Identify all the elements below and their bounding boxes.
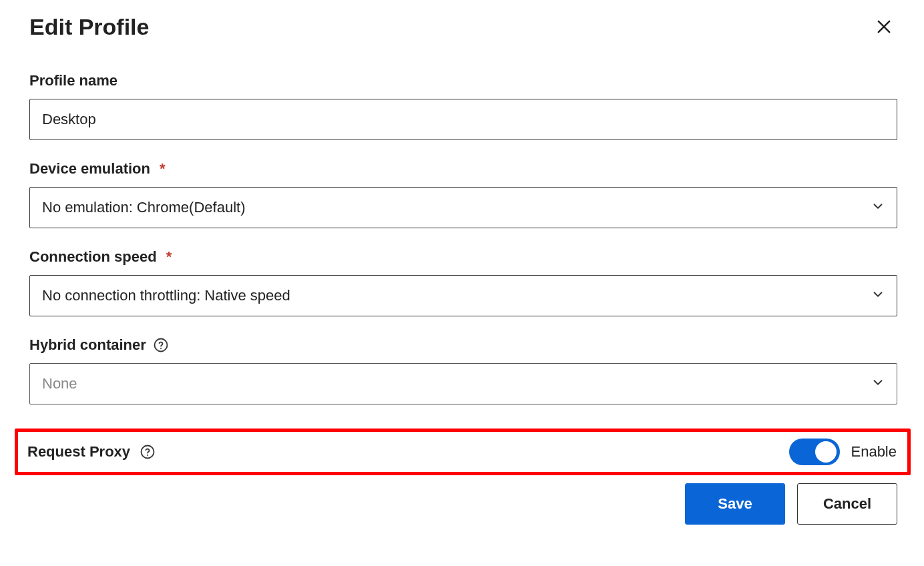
close-button[interactable] [871,13,897,40]
required-asterisk: * [160,160,166,178]
help-icon[interactable] [153,337,169,353]
connection-speed-select[interactable]: No connection throttling: Native speed [29,275,897,316]
profile-name-group: Profile name [29,72,897,140]
dialog-title: Edit Profile [29,14,149,40]
hybrid-container-label-text: Hybrid container [29,336,146,354]
request-proxy-right: Enable [789,439,897,465]
device-emulation-value: No emulation: Chrome(Default) [29,187,897,228]
help-icon[interactable] [140,444,156,460]
hybrid-container-select[interactable]: None [29,363,897,404]
close-icon [875,17,893,36]
connection-speed-group: Connection speed * No connection throttl… [29,248,897,316]
dialog-actions: Save Cancel [29,483,897,525]
request-proxy-left: Request Proxy [27,443,156,461]
dialog-header: Edit Profile [29,13,897,40]
cancel-button[interactable]: Cancel [797,483,897,525]
profile-name-input[interactable] [29,99,897,140]
device-emulation-group: Device emulation * No emulation: Chrome(… [29,160,897,228]
profile-name-label: Profile name [29,72,897,89]
hybrid-container-group: Hybrid container None [29,336,897,404]
connection-speed-value: No connection throttling: Native speed [29,275,897,316]
connection-speed-label-text: Connection speed [29,248,157,266]
hybrid-container-value: None [29,363,897,404]
device-emulation-label: Device emulation * [29,160,897,178]
device-emulation-label-text: Device emulation [29,160,150,178]
connection-speed-label: Connection speed * [29,248,897,266]
request-proxy-status: Enable [851,443,897,461]
svg-point-3 [160,348,162,349]
toggle-knob [815,441,837,463]
request-proxy-toggle[interactable] [789,439,840,465]
device-emulation-select[interactable]: No emulation: Chrome(Default) [29,187,897,228]
hybrid-container-label: Hybrid container [29,336,897,354]
svg-point-5 [147,455,148,456]
save-button[interactable]: Save [685,483,785,525]
request-proxy-label: Request Proxy [27,443,130,461]
required-asterisk: * [166,248,172,266]
request-proxy-row: Request Proxy Enable [15,429,911,475]
